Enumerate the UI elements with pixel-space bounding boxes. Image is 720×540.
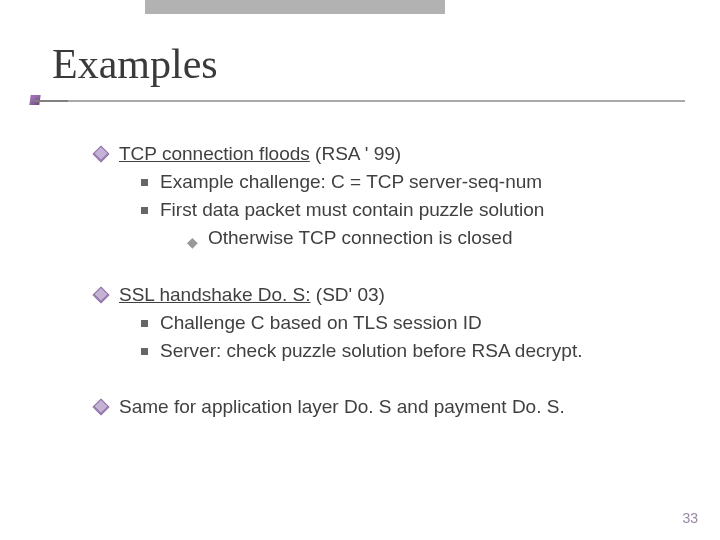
bullet-1-sub1: Example challenge: C = TCP server-seq-nu… (141, 168, 690, 196)
bullet-2: SSL handshake Do. S: (SD' 03) (95, 281, 690, 309)
top-decorative-bar (145, 0, 445, 14)
bullet-2-sub1-text: Challenge C based on TLS session ID (160, 309, 482, 337)
bullet-2-sub2: Server: check puzzle solution before RSA… (141, 337, 690, 365)
square-bullet-icon (141, 207, 148, 214)
diamond-bullet-icon (93, 287, 110, 304)
title-underline-left (34, 100, 68, 102)
title-underline-right (68, 100, 685, 102)
square-bullet-icon (141, 348, 148, 355)
bullet-1-text: TCP connection floods (RSA ' 99) (119, 140, 401, 168)
bullet-group-2: SSL handshake Do. S: (SD' 03) Challenge … (95, 281, 690, 365)
bullet-2-sub1: Challenge C based on TLS session ID (141, 309, 690, 337)
bullet-1-sub2a-text: Otherwise TCP connection is closed (208, 224, 513, 252)
bullet-1-sub2a: ◆ Otherwise TCP connection is closed (187, 224, 690, 253)
bullet-3: Same for application layer Do. S and pay… (95, 393, 690, 421)
slide-title: Examples (52, 40, 218, 88)
bullet-1-title-rest: (RSA ' 99) (310, 143, 401, 164)
bullet-1-sub2: First data packet must contain puzzle so… (141, 196, 690, 224)
bullet-2-title-rest: (SD' 03) (311, 284, 385, 305)
slide-body: TCP connection floods (RSA ' 99) Example… (95, 140, 690, 449)
bullet-3-text: Same for application layer Do. S and pay… (119, 393, 565, 421)
bullet-1-title-underlined: TCP connection floods (119, 143, 310, 164)
bullet-2-text: SSL handshake Do. S: (SD' 03) (119, 281, 385, 309)
bullet-1-sub2-text: First data packet must contain puzzle so… (160, 196, 544, 224)
bullet-group-1: TCP connection floods (RSA ' 99) Example… (95, 140, 690, 253)
bullet-1: TCP connection floods (RSA ' 99) (95, 140, 690, 168)
square-bullet-icon (141, 320, 148, 327)
triangle-bullet-icon: ◆ (187, 232, 198, 253)
square-bullet-icon (141, 179, 148, 186)
bullet-group-3: Same for application layer Do. S and pay… (95, 393, 690, 421)
bullet-2-sub2-text: Server: check puzzle solution before RSA… (160, 337, 582, 365)
bullet-2-title-underlined: SSL handshake Do. S: (119, 284, 311, 305)
bullet-1-sub1-text: Example challenge: C = TCP server-seq-nu… (160, 168, 542, 196)
diamond-bullet-icon (93, 146, 110, 163)
page-number: 33 (682, 510, 698, 526)
diamond-bullet-icon (93, 399, 110, 416)
